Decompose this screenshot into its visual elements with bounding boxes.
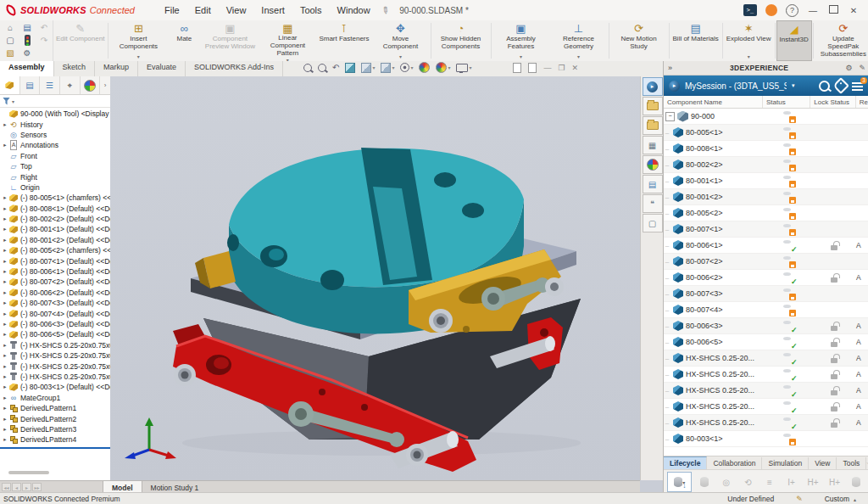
tree-item[interactable]: ▸AAnnotations bbox=[0, 140, 110, 150]
panel-menu-icon[interactable]: 3 bbox=[852, 81, 864, 91]
edit-appearance-icon[interactable] bbox=[419, 62, 430, 73]
hide-show-items-icon[interactable]: ▾ bbox=[400, 63, 413, 72]
assembly-features-button[interactable]: ▣Assembly Features▾ bbox=[492, 20, 550, 61]
configuration-selector[interactable]: Custom ▴ bbox=[825, 495, 856, 503]
tree-item[interactable]: ▸(-) 80-006<3> (Default) <<Default bbox=[0, 319, 110, 329]
instant3d-button[interactable]: ◢Instant3D bbox=[776, 20, 812, 61]
expander-icon[interactable]: ▸ bbox=[2, 300, 8, 306]
move-component-button[interactable]: ✥Move Component▾ bbox=[372, 20, 430, 61]
tree-item[interactable]: ▸DerivedLPattern3 bbox=[0, 424, 110, 434]
component-row[interactable]: –80-005<1> bbox=[664, 125, 868, 141]
previous-view-icon[interactable]: ↶ bbox=[332, 63, 339, 72]
expander-icon[interactable]: ▸ bbox=[2, 247, 8, 254]
column-revision[interactable]: Re bbox=[856, 96, 868, 108]
panel-tab-tools[interactable]: Tools bbox=[837, 457, 866, 469]
bill-of-materials-button[interactable]: ▤Bill of Materials bbox=[670, 20, 721, 61]
menu-edit[interactable]: Edit bbox=[187, 3, 219, 18]
reference-geometry-button[interactable]: ⊥Reference Geometry▾ bbox=[550, 20, 608, 61]
dimxpertmanager-tab[interactable]: ⌖ bbox=[60, 76, 81, 94]
column-component-name[interactable]: Component Name bbox=[664, 96, 763, 108]
tree-item[interactable]: ▸(-) 80-003<1> (Default) <<Default bbox=[0, 382, 110, 392]
tree-item[interactable]: ▸(-) HX-SHCS 0.25-20x0.75x0.75-N bbox=[0, 372, 110, 382]
next-document-icon[interactable] bbox=[528, 63, 537, 73]
session-dropdown-icon[interactable]: ▾ bbox=[792, 82, 795, 89]
dropdown-arrow-icon[interactable]: ▾ bbox=[399, 54, 402, 60]
tree-item[interactable]: ▱Front bbox=[0, 151, 110, 161]
view-palette-tab[interactable]: ▦ bbox=[643, 136, 663, 154]
prev-tab-icon[interactable]: ◂ bbox=[12, 483, 21, 491]
save-to-3dexperience-button[interactable]: ▾ bbox=[667, 472, 692, 492]
displaymanager-tab[interactable] bbox=[81, 76, 101, 94]
help-icon[interactable]: ? bbox=[786, 4, 798, 17]
component-row[interactable]: −90-000 bbox=[664, 109, 868, 125]
3dexperience-compass-icon[interactable]: ▸ bbox=[669, 81, 680, 92]
tree-item[interactable]: ▸(-) HX-SHCS 0.25-20x0.75x0.75-N bbox=[0, 361, 110, 371]
tree-item[interactable]: ▸(-) 80-001<1> (Default) <<Default bbox=[0, 224, 110, 234]
options-icon[interactable]: ⚙ bbox=[24, 49, 31, 58]
panel-tab-simulation[interactable]: Simulation bbox=[762, 457, 809, 469]
tag-icon[interactable] bbox=[832, 77, 849, 94]
appearances-scenes-tab[interactable] bbox=[643, 155, 663, 174]
tree-item[interactable]: ▸(-) 80-007<4> (Default) <<Default bbox=[0, 308, 110, 318]
tree-item[interactable]: ▸(-) 80-001<2> (Default) <<Default bbox=[0, 235, 110, 245]
tree-item[interactable]: ▸(-) 80-005<1> (chamfers) <<Defa bbox=[0, 193, 110, 203]
rollback-bar[interactable] bbox=[0, 447, 110, 449]
component-row[interactable]: –80-002<2> bbox=[664, 157, 868, 173]
collapse-icon[interactable]: − bbox=[665, 112, 675, 121]
tab-sketch[interactable]: Sketch bbox=[54, 61, 96, 76]
component-row[interactable]: –80-007<3> bbox=[664, 286, 868, 302]
maximize-button[interactable] bbox=[827, 5, 839, 15]
zoom-to-fit-icon[interactable] bbox=[303, 64, 312, 72]
apply-scene-icon[interactable]: ▾ bbox=[436, 62, 450, 73]
home-icon[interactable]: ⌂ bbox=[8, 24, 13, 32]
tree-item[interactable]: ▸DerivedLPattern4 bbox=[0, 434, 110, 445]
tree-item[interactable]: ▸∞MateGroup1 bbox=[0, 393, 110, 403]
new-document-icon[interactable]: ▢ bbox=[6, 36, 14, 45]
tree-item[interactable]: ▸(-) 80-006<1> (Default) <<Default bbox=[0, 266, 110, 277]
tree-item[interactable]: ▸(-) HX-SHCS 0.25-20x0.75x0.75-N bbox=[0, 340, 110, 350]
tab-markup[interactable]: Markup bbox=[95, 61, 138, 76]
tree-item[interactable]: ◎Sensors bbox=[0, 130, 110, 140]
tree-item[interactable]: ▸(-) 80-002<2> (Default) <<Default bbox=[0, 214, 110, 224]
tree-item[interactable]: ▸(-) 80-005<2> (chamfers) <<Defa bbox=[0, 245, 110, 255]
expander-icon[interactable]: ▸ bbox=[2, 395, 8, 401]
tree-item[interactable]: ▸DerivedLPattern1 bbox=[0, 403, 110, 413]
panel-tab-collaboration[interactable]: Collaboration bbox=[707, 457, 762, 469]
featuremanager-tab[interactable] bbox=[0, 76, 20, 94]
dropdown-arrow-icon[interactable]: ▾ bbox=[577, 54, 580, 60]
dropdown-arrow-icon[interactable]: ▾ bbox=[520, 54, 522, 60]
expander-icon[interactable]: ▸ bbox=[2, 311, 8, 317]
console-icon[interactable]: >_ bbox=[743, 4, 757, 16]
component-row[interactable]: –HX-SHCS 0.25-20...✓A bbox=[664, 350, 868, 367]
component-row[interactable]: –80-008<1> bbox=[664, 141, 868, 157]
tab-solidworks-add-ins[interactable]: SOLIDWORKS Add-Ins bbox=[186, 61, 283, 76]
graphics-viewport[interactable] bbox=[110, 76, 640, 480]
model-tab-model[interactable]: Model bbox=[103, 481, 142, 493]
expander-icon[interactable]: ▸ bbox=[2, 342, 8, 349]
component-row[interactable]: –80-003<1> bbox=[664, 431, 868, 447]
pin-icon[interactable]: ✎ bbox=[379, 3, 392, 17]
tree-item[interactable]: ▸(-) 80-008<1> (Default) <<Default bbox=[0, 204, 110, 214]
expander-icon[interactable]: ▸ bbox=[2, 384, 8, 390]
menu-file[interactable]: File bbox=[157, 3, 187, 18]
user-avatar[interactable] bbox=[765, 4, 777, 16]
expander-icon[interactable]: ▸ bbox=[2, 436, 8, 443]
tree-item[interactable]: ▸(-) 80-007<2> (Default) <<Default bbox=[0, 277, 110, 287]
expander-icon[interactable]: ▸ bbox=[2, 237, 8, 244]
tree-item[interactable]: ▱Top bbox=[0, 161, 110, 171]
mate-button[interactable]: ∞Mate bbox=[167, 20, 201, 61]
menu-insert[interactable]: Insert bbox=[253, 3, 292, 18]
filter-dropdown-icon[interactable]: ▾ bbox=[12, 98, 14, 104]
display-style-icon[interactable]: ▾ bbox=[381, 63, 394, 73]
section-view-icon[interactable] bbox=[345, 63, 355, 73]
component-row[interactable]: –HX-SHCS 0.25-20...✓A bbox=[664, 399, 868, 415]
tab-evaluate[interactable]: Evaluate bbox=[138, 61, 186, 76]
view-orientation-icon[interactable]: ▾ bbox=[361, 63, 375, 73]
expander-icon[interactable]: ▸ bbox=[2, 142, 8, 148]
expander-icon[interactable]: ▸ bbox=[2, 405, 8, 412]
smart-fasteners-button[interactable]: ⊺Smart Fasteners bbox=[316, 20, 371, 61]
session-name[interactable]: MySession - (3DTA_US5_S... bbox=[685, 81, 787, 91]
design-library-tab[interactable] bbox=[643, 97, 663, 115]
component-row[interactable]: –80-006<3>✓A bbox=[664, 318, 868, 334]
component-row[interactable]: –80-006<2>✓A bbox=[664, 270, 868, 286]
